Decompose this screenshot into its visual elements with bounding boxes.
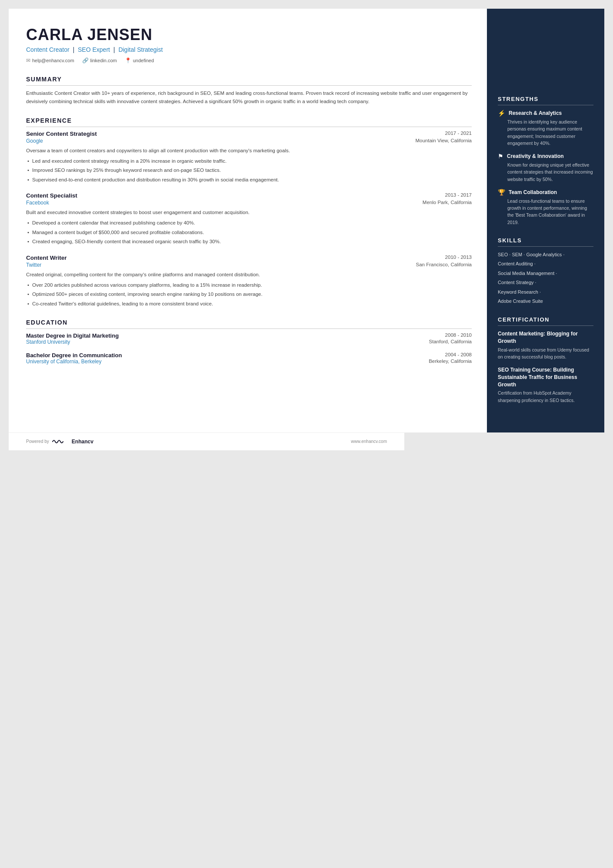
exp-location-3: San Francisco, California <box>416 262 472 268</box>
exp-company-row-3: Twitter San Francisco, California <box>26 262 472 268</box>
edu-location-2: Berkeley, California <box>429 359 472 365</box>
title-part-2: SEO Expert <box>78 46 110 53</box>
summary-section: SUMMARY Enthusiastic Content Creator wit… <box>26 76 472 106</box>
edu-school-row-2: University of California, Berkeley Berke… <box>26 359 472 365</box>
skill-1: SEO · SEM · Google Analytics · <box>498 251 593 258</box>
footer-website: www.enhancv.com <box>351 439 387 444</box>
bullet-1-1: Led and executed content strategy result… <box>26 157 472 165</box>
location-icon: 📍 <box>125 57 131 64</box>
exp-company-2: Facebook <box>26 200 49 206</box>
exp-title-2: Content Specialist <box>26 192 77 199</box>
separator-2: | <box>113 46 117 53</box>
strength-header-3: 🏆 Team Collaboration <box>498 189 593 196</box>
powered-by-label: Powered by <box>26 439 49 444</box>
resume-wrapper: CARLA JENSEN Content Creator | SEO Exper… <box>9 9 604 450</box>
education-item-2: Bachelor Degree in Communication 2004 - … <box>26 352 472 365</box>
email-text: help@enhancv.com <box>32 58 74 63</box>
main-body: CARLA JENSEN Content Creator | SEO Exper… <box>9 9 604 432</box>
education-section: EDUCATION Master Degree in Digital Marke… <box>26 319 472 365</box>
strengths-section: STRENGTHS ⚡ Research & Analytics Thrives… <box>498 96 593 226</box>
edu-header-1: Master Degree in Digital Marketing 2008 … <box>26 332 472 339</box>
experience-item-2: Content Specialist 2013 - 2017 Facebook … <box>26 192 472 246</box>
skill-3: Social Media Management · <box>498 270 593 277</box>
exp-title-3: Content Writer <box>26 255 67 261</box>
title-part-1: Content Creator <box>26 46 70 53</box>
experience-item-1: Senior Content Strategist 2017 - 2021 Go… <box>26 131 472 184</box>
exp-header-3: Content Writer 2010 - 2013 <box>26 255 472 261</box>
exp-location-2: Menlo Park, California <box>423 200 472 206</box>
edu-dates-1: 2008 - 2010 <box>445 332 472 339</box>
bullet-2-1: Developed a content calendar that increa… <box>26 219 472 227</box>
strength-item-3: 🏆 Team Collaboration Lead cross-function… <box>498 189 593 226</box>
edu-school-row-1: Stanford University Stanford, California <box>26 339 472 345</box>
footer-left: Powered by Enhancv <box>26 438 93 445</box>
exp-dates-2: 2013 - 2017 <box>445 192 472 198</box>
contact-row: ✉ help@enhancv.com 🔗 linkedin.com 📍 unde… <box>26 57 472 64</box>
strength-item-2: ⚑ Creativity & Innovation Known for desi… <box>498 153 593 183</box>
strength-title-2: Creativity & Innovation <box>507 153 564 159</box>
strength-title-3: Team Collaboration <box>509 189 557 195</box>
linkedin-icon: 🔗 <box>82 57 89 64</box>
exp-desc-1: Oversaw a team of content creators and c… <box>26 147 472 154</box>
exp-bullets-1: Led and executed content strategy result… <box>26 157 472 184</box>
strength-icon-3: 🏆 <box>498 189 505 196</box>
skill-5: Keyword Research · <box>498 288 593 296</box>
exp-company-row-2: Facebook Menlo Park, California <box>26 200 472 206</box>
exp-header-2: Content Specialist 2013 - 2017 <box>26 192 472 199</box>
exp-header-1: Senior Content Strategist 2017 - 2021 <box>26 131 472 137</box>
exp-bullets-3: Over 200 articles published across vario… <box>26 281 472 308</box>
exp-dates-1: 2017 - 2021 <box>445 131 472 136</box>
skills-section: SKILLS SEO · SEM · Google Analytics · Co… <box>498 237 593 305</box>
edu-degree-1: Master Degree in Digital Marketing <box>26 332 119 339</box>
contact-linkedin: 🔗 linkedin.com <box>82 57 117 64</box>
cert-item-2: SEO Training Course: Building Sustainabl… <box>498 366 593 404</box>
skill-2: Content Auditing · <box>498 260 593 268</box>
candidate-title: Content Creator | SEO Expert | Digital S… <box>26 46 472 53</box>
exp-company-row-1: Google Mountain View, California <box>26 138 472 144</box>
skill-6: Adobe Creative Suite <box>498 298 593 305</box>
contact-location: 📍 undefined <box>125 57 154 64</box>
location-text: undefined <box>133 58 154 63</box>
edu-school-2: University of California, Berkeley <box>26 359 101 365</box>
strength-header-1: ⚡ Research & Analytics <box>498 110 593 117</box>
summary-text: Enthusiastic Content Creator with 10+ ye… <box>26 89 472 106</box>
right-column: STRENGTHS ⚡ Research & Analytics Thrives… <box>487 9 604 432</box>
edu-location-1: Stanford, California <box>429 339 472 345</box>
contact-email: ✉ help@enhancv.com <box>26 57 74 64</box>
exp-company-1: Google <box>26 138 43 144</box>
bullet-3-1: Over 200 articles published across vario… <box>26 281 472 289</box>
experience-title: EXPERIENCE <box>26 117 472 127</box>
cert-desc-1: Real-world skills course from Udemy focu… <box>498 346 593 361</box>
strength-icon-1: ⚡ <box>498 110 505 117</box>
strength-desc-3: Lead cross-functional teams to ensure gr… <box>498 198 593 226</box>
email-icon: ✉ <box>26 57 30 64</box>
experience-item-3: Content Writer 2010 - 2013 Twitter San F… <box>26 255 472 308</box>
certification-section: CERTIFICATION Content Marketing: Bloggin… <box>498 316 593 404</box>
title-part-3: Digital Strategist <box>118 46 163 53</box>
education-item-1: Master Degree in Digital Marketing 2008 … <box>26 332 472 345</box>
strength-desc-2: Known for designing unique yet effective… <box>498 161 593 183</box>
summary-title: SUMMARY <box>26 76 472 86</box>
cert-title-1: Content Marketing: Blogging for Growth <box>498 330 593 345</box>
exp-dates-3: 2010 - 2013 <box>445 255 472 260</box>
strength-icon-2: ⚑ <box>498 153 503 160</box>
enhancv-logo-icon <box>52 438 69 445</box>
exp-desc-2: Built and executed innovative content st… <box>26 208 472 216</box>
bullet-2-3: Created engaging, SEO-friendly content t… <box>26 238 472 245</box>
header: CARLA JENSEN Content Creator | SEO Exper… <box>26 26 472 64</box>
experience-section: EXPERIENCE Senior Content Strategist 201… <box>26 117 472 308</box>
exp-location-1: Mountain View, California <box>415 138 472 144</box>
skill-4: Content Strategy · <box>498 279 593 286</box>
linkedin-text: linkedin.com <box>90 58 117 63</box>
exp-bullets-2: Developed a content calendar that increa… <box>26 219 472 245</box>
education-title: EDUCATION <box>26 319 472 329</box>
edu-dates-2: 2004 - 2008 <box>445 352 472 359</box>
strengths-title: STRENGTHS <box>498 96 593 105</box>
enhancv-brand: Enhancv <box>72 439 93 445</box>
strength-item-1: ⚡ Research & Analytics Thrives in identi… <box>498 110 593 147</box>
bullet-3-2: Optimized 500+ pieces of existing conten… <box>26 290 472 298</box>
candidate-name: CARLA JENSEN <box>26 26 472 44</box>
bullet-1-2: Improved SEO rankings by 25% through key… <box>26 166 472 174</box>
bullet-2-2: Managed a content budget of $500,000 and… <box>26 228 472 236</box>
cert-title-2: SEO Training Course: Building Sustainabl… <box>498 366 593 388</box>
